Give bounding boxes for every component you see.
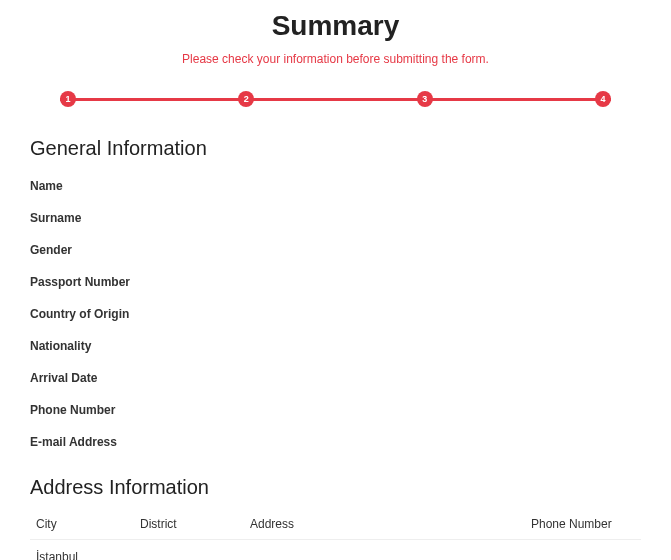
cell-address: [250, 550, 531, 560]
field-arrival-label: Arrival Date: [30, 362, 641, 394]
general-info-header: General Information: [30, 137, 641, 160]
col-phone-header: Phone Number: [531, 517, 641, 531]
address-table: City District Address Phone Number İstan…: [30, 509, 641, 560]
cell-district: [140, 550, 250, 560]
subtitle-warning: Please check your information before sub…: [0, 52, 671, 66]
stepper-step-4: 4: [595, 91, 611, 107]
field-origin-label: Country of Origin: [30, 298, 641, 330]
address-info-header: Address Information: [30, 476, 641, 499]
stepper-step-1: 1: [60, 91, 76, 107]
col-city-header: City: [30, 517, 140, 531]
stepper-step-2: 2: [238, 91, 254, 107]
col-address-header: Address: [250, 517, 531, 531]
field-nationality-label: Nationality: [30, 330, 641, 362]
table-row: İstanbul: [30, 540, 641, 560]
field-phone-label: Phone Number: [30, 394, 641, 426]
field-passport-label: Passport Number: [30, 266, 641, 298]
page-title: Summary: [0, 0, 671, 42]
cell-phone: [531, 550, 641, 560]
field-email-label: E-mail Address: [30, 426, 641, 458]
stepper-step-3: 3: [417, 91, 433, 107]
cell-city: İstanbul: [30, 550, 140, 560]
progress-stepper: 1 2 3 4: [60, 91, 611, 107]
field-surname-label: Surname: [30, 202, 641, 234]
field-gender-label: Gender: [30, 234, 641, 266]
address-table-header: City District Address Phone Number: [30, 509, 641, 540]
field-name-label: Name: [30, 170, 641, 202]
col-district-header: District: [140, 517, 250, 531]
